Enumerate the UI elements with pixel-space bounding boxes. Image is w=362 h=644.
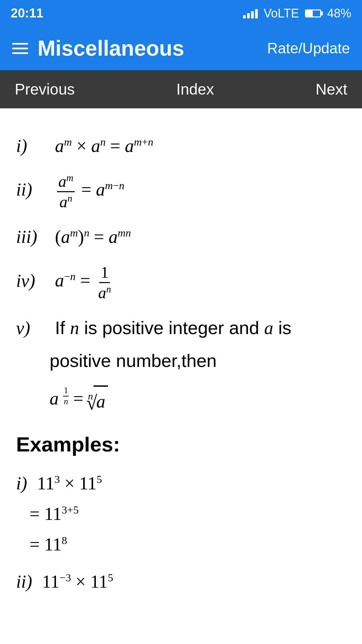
index-button[interactable]: Index bbox=[176, 80, 214, 98]
formula-row-1: i) am × an = am+n bbox=[16, 132, 346, 160]
formula-row-2: ii) am an = am−n bbox=[16, 172, 346, 211]
rate-update-button[interactable]: Rate/Update bbox=[267, 40, 350, 57]
example-2: ii) 11−3 × 115 bbox=[16, 568, 346, 595]
formula-3: (am)n = amn bbox=[55, 223, 131, 251]
formula-5-math: a 1 n = n √ a bbox=[50, 385, 108, 415]
example-2-label: ii) 11−3 × 115 bbox=[16, 568, 346, 595]
battery-level: 48% bbox=[327, 6, 351, 20]
app-bar: Miscellaneous Rate/Update bbox=[0, 26, 362, 70]
app-title: Miscellaneous bbox=[38, 36, 184, 61]
nav-bar: Previous Index Next bbox=[0, 70, 362, 108]
formula-row-5: v) If n is positive integer and a is pos… bbox=[16, 314, 346, 415]
formula-label-2: ii) bbox=[16, 176, 50, 203]
formula-label-4: iv) bbox=[16, 267, 50, 294]
time-display: 20:11 bbox=[11, 6, 43, 20]
formula-5-text: If n is positive integer and a is bbox=[55, 314, 291, 342]
next-button[interactable]: Next bbox=[301, 70, 362, 108]
formula-label-3: iii) bbox=[16, 223, 50, 251]
formula-1: am × an = am+n bbox=[55, 132, 153, 160]
signal-icon bbox=[243, 8, 258, 18]
formula-label-1: i) bbox=[16, 132, 50, 160]
formula-row-4: iv) a−n = 1 an bbox=[16, 263, 346, 302]
example-1-label: i) 113 × 115 bbox=[16, 470, 346, 497]
network-label: VoLTE bbox=[264, 6, 299, 20]
battery-icon bbox=[305, 9, 321, 17]
formula-row-3: iii) (am)n = amn bbox=[16, 223, 346, 251]
status-bar-right: VoLTE 48% bbox=[243, 6, 351, 20]
example-1-step2: = 118 bbox=[29, 531, 346, 558]
app-bar-left: Miscellaneous bbox=[12, 36, 184, 61]
status-bar: 20:11 VoLTE 48% bbox=[0, 0, 362, 26]
example-1-step1: = 113+5 bbox=[29, 500, 346, 528]
content-area: i) am × an = am+n ii) am an = am−n iii) … bbox=[0, 108, 362, 626]
formula-2: am an = am−n bbox=[55, 172, 124, 211]
formula-5-cont: positive number,then bbox=[50, 347, 217, 374]
examples-header: Examples: bbox=[16, 429, 346, 460]
hamburger-menu[interactable] bbox=[12, 43, 28, 54]
example-1: i) 113 × 115 = 113+5 = 118 bbox=[16, 470, 346, 558]
formula-label-5: v) bbox=[16, 315, 50, 342]
formula-4: a−n = 1 an bbox=[55, 263, 114, 302]
previous-button[interactable]: Previous bbox=[0, 70, 89, 108]
